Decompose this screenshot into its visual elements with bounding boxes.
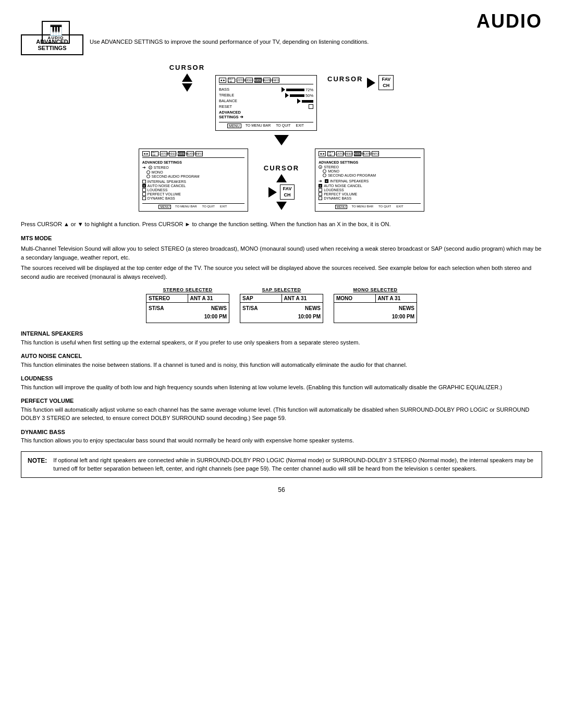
tv2l-menubar: TO MENU BAR — [174, 205, 198, 209]
arrow-right-right — [367, 78, 375, 88]
mono-row2-c1 — [336, 313, 362, 321]
fav-ch-block: FAV CH — [378, 75, 394, 90]
cursor-arrows-left — [182, 73, 192, 92]
mono-row2-c2: 10:00 PM — [366, 313, 414, 321]
note-text: If optional left and right speakers are … — [53, 456, 535, 473]
tv2l-menu: MENU — [158, 205, 171, 209]
auto-noise-text: This function eliminates the noise betwe… — [21, 362, 407, 368]
sap-row1-c1: ST/SA — [242, 304, 268, 313]
cursor-label-right: CURSOR — [327, 75, 363, 83]
tv2-icon-info: INFO — [195, 151, 203, 156]
tv3-icon-info: INFO — [372, 151, 379, 156]
stereo-row1-c1: ST/SA — [149, 304, 175, 313]
sap-row2-c1 — [242, 313, 268, 321]
tv3r-exit: EXIT — [395, 205, 404, 209]
arrow-down-left — [182, 83, 192, 92]
tv3-icon-theater: THEATER — [363, 151, 370, 156]
intro-text: Use ADVANCED SETTINGS to improve the sou… — [90, 34, 542, 46]
internal-speakers-text: This function is useful when first setti… — [21, 339, 360, 346]
tv3-icon-arrow: ◄► — [319, 151, 326, 156]
loudness-heading: LOUDNESS — [21, 375, 53, 381]
tv-icon-info: INFO — [272, 78, 279, 83]
tv2l-exit: EXIT — [219, 205, 228, 209]
tv3-icon-setup: SET UP — [327, 151, 335, 156]
fav-ch-middle: FAV CH — [280, 184, 295, 200]
tv-screen-adv-right: ◄► SET UP CUSTOM VIDEO AUDIO THEATER INF… — [315, 149, 424, 212]
sap-row1-c2: NEWS — [273, 304, 321, 313]
stereo-row2-c1 — [149, 313, 175, 321]
arrow-right-middle — [268, 187, 277, 198]
perfect-volume-text: This function will automatically adjust … — [21, 406, 530, 422]
sap-row2-c2: 10:00 PM — [273, 313, 321, 321]
tv2-icon-arrow: ◄► — [142, 151, 150, 156]
internal-speakers-heading: INTERNAL SPEAKERS — [21, 330, 83, 337]
cursor-label-left: CURSOR — [169, 64, 205, 71]
tv3-icon-video: VIDEO — [345, 151, 352, 156]
cursor-middle: CURSOR FAV CH — [264, 164, 299, 210]
dynamic-bass-heading: DYNAMIC BASS — [21, 429, 65, 435]
tv2-icon-setup: SET UP — [151, 151, 158, 156]
tv3r-quit: TO QUIT — [377, 205, 392, 209]
sap-selected-label: SAP SELECTED — [262, 287, 301, 292]
cursor-right-group: CURSOR FAV CH — [327, 75, 394, 90]
note-box: NOTE: If optional left and right speaker… — [21, 451, 542, 478]
tv-icon-arrow: ◄► — [219, 78, 226, 83]
tv3r-menubar: TO MENU BAR — [350, 205, 374, 209]
auto-noise-heading: AUTO NOISE CANCEL — [21, 353, 82, 359]
mono-row1-c2: NEWS — [366, 304, 414, 313]
stereo-col2-header: ANT A 31 — [188, 294, 229, 302]
page-title: AUDIO — [476, 10, 542, 32]
arrow-up-middle — [276, 174, 287, 182]
audio-icon-label: AUDIO — [48, 35, 64, 40]
cursor-label-middle: CURSOR — [264, 164, 299, 172]
mono-col2-header: ANT A 31 — [376, 294, 417, 302]
arrow-down-middle — [276, 202, 287, 210]
tv2-icon-custom: CUSTOM — [160, 151, 167, 156]
tv-icon-theater: THEATER — [263, 78, 271, 83]
loudness-text: This function will improve the quality o… — [21, 384, 502, 390]
page-number: 56 — [21, 486, 542, 493]
stereo-row1-c2: NEWS — [179, 304, 227, 313]
mts-heading: MTS MODE — [21, 234, 542, 243]
mono-selected-label: MONO SELECTED — [353, 287, 397, 292]
audio-icon-box: 🎹 AUDIO — [42, 21, 70, 44]
sap-selected-group: SAP SELECTED SAP ANT A 31 ST/SA NEWS 10:… — [240, 287, 323, 323]
arrow-up-left — [182, 73, 192, 82]
perfect-volume-heading: PERFECT VOLUME — [21, 398, 74, 404]
tv-icon-setup: SET UP — [228, 78, 235, 83]
tv3-icon-custom: CUSTOM — [336, 151, 344, 156]
stereo-selected-label: STEREO SELECTED — [163, 287, 212, 292]
note-label: NOTE: — [28, 456, 47, 473]
stereo-row2-c2: 10:00 PM — [179, 313, 227, 321]
tv-screen-adv-left: ◄► SET UP CUSTOM VIDEO AUDIO THEATER INF… — [139, 149, 248, 212]
tv-menu-bar-item: TO MENU BAR — [244, 124, 272, 128]
cursor-arrows-right — [367, 78, 375, 88]
tv-icon-video: VIDEO — [246, 78, 253, 83]
stereo-col1-header: STEREO — [146, 294, 188, 302]
press-cursor-text: Press CURSOR ▲ or ▼ to highlight a funct… — [21, 220, 542, 229]
mono-row1-c1 — [336, 304, 362, 313]
tv-icon-custom: CUSTOM — [237, 78, 244, 83]
sap-col1-header: SAP — [240, 294, 282, 302]
tv3r-menu: MENU — [335, 205, 348, 209]
cursor-left: CURSOR — [169, 64, 205, 92]
tv2-icon-theater: THEATER — [187, 151, 194, 156]
tv2l-quit: TO QUIT — [201, 205, 216, 209]
tv-menu-exit: EXIT — [295, 124, 305, 128]
dynamic-bass-text: This function allows you to enjoy specta… — [21, 437, 354, 443]
stereo-selected-group: STEREO SELECTED STEREO ANT A 31 ST/SA NE… — [146, 287, 229, 323]
mono-selected-group: MONO SELECTED MONO ANT A 31 NEWS 10:00 P… — [334, 287, 417, 323]
connector-arrow-down — [274, 135, 289, 145]
sap-col2-header: ANT A 31 — [282, 294, 323, 302]
mts-para1: Multi-Channel Television Sound will allo… — [21, 244, 542, 262]
mts-para2: The sources received will be displayed a… — [21, 264, 542, 281]
tv-screen-1: ◄► SET UP CUSTOM VIDEO AUDIO THEATER INF… — [215, 75, 317, 131]
mono-col1-header: MONO — [334, 294, 376, 302]
tv2-icon-video: VIDEO — [169, 151, 176, 156]
tv-menu-quit: TO QUIT — [275, 124, 291, 128]
piano-icon: 🎹 — [50, 25, 63, 35]
tv-menu-menu: MENU — [227, 124, 241, 128]
